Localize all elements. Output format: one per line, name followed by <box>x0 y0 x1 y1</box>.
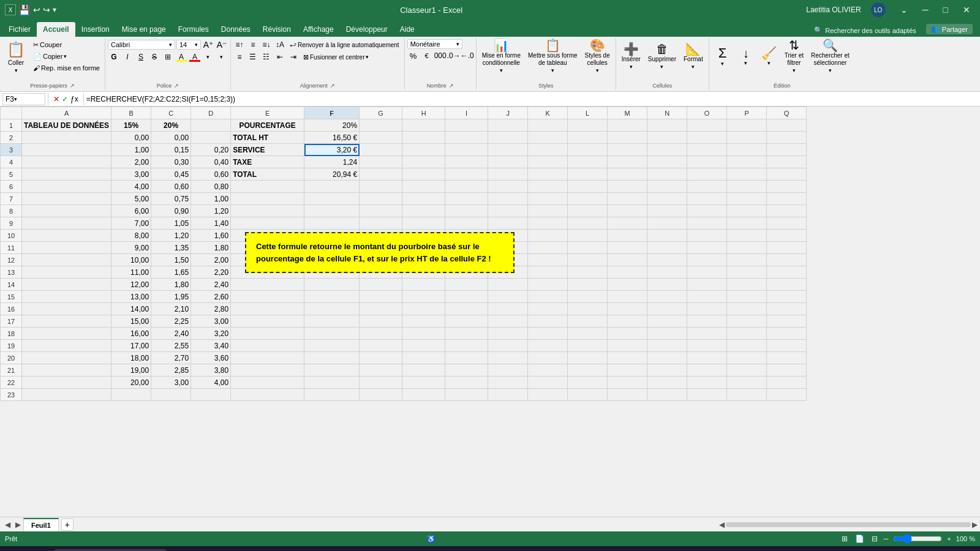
cell-E7[interactable] <box>231 193 304 205</box>
cell-E17[interactable] <box>231 315 304 328</box>
cell-E4[interactable]: TAXE <box>231 156 304 168</box>
cell-L3[interactable] <box>568 144 608 156</box>
cell-L7[interactable] <box>568 193 608 205</box>
cell-P15[interactable] <box>727 291 767 303</box>
cell-K2[interactable] <box>528 132 568 144</box>
cell-F14[interactable] <box>304 279 360 291</box>
cell-J21[interactable] <box>488 364 528 377</box>
cell-I7[interactable] <box>445 193 488 205</box>
cell-A17[interactable] <box>22 315 111 328</box>
cell-O18[interactable] <box>687 328 727 340</box>
cell-M6[interactable] <box>608 181 647 193</box>
remplir-btn[interactable]: ↓ ▾ <box>735 39 757 73</box>
cell-B5[interactable]: 3,00 <box>111 168 151 181</box>
cell-C2[interactable]: 0,00 <box>151 132 191 144</box>
taskbar-search-icon[interactable]: 🔍 <box>27 549 47 551</box>
cell-K12[interactable] <box>528 254 568 266</box>
cell-A3[interactable] <box>22 144 111 156</box>
cell-Q17[interactable] <box>767 315 807 328</box>
cell-H1[interactable] <box>402 119 445 132</box>
cell-O3[interactable] <box>687 144 727 156</box>
zoom-slider[interactable] <box>893 534 942 544</box>
number-format-box[interactable]: Monétaire ▾ <box>407 39 462 49</box>
wrap-text-btn[interactable]: ⮐ Renvoyer à la ligne automatiquement <box>287 39 402 50</box>
supprimer-dropdown-icon[interactable]: ▾ <box>660 64 663 70</box>
cell-E6[interactable] <box>231 181 304 193</box>
cell-K23[interactable] <box>528 389 568 401</box>
cell-Q2[interactable] <box>767 132 807 144</box>
inserer-btn[interactable]: ➕ Insérer ▾ <box>619 39 644 73</box>
cell-B2[interactable]: 0,00 <box>111 132 151 144</box>
cell-D3[interactable]: 0,20 <box>191 144 231 156</box>
cell-Q15[interactable] <box>767 291 807 303</box>
cell-E19[interactable] <box>231 340 304 352</box>
coller-dropdown-icon[interactable]: ▾ <box>15 67 18 73</box>
cell-M17[interactable] <box>608 315 647 328</box>
cell-A5[interactable] <box>22 168 111 181</box>
cell-N9[interactable] <box>647 217 687 230</box>
cell-F7[interactable] <box>304 193 360 205</box>
col-header-N[interactable]: N <box>647 107 687 119</box>
cell-P18[interactable] <box>727 328 767 340</box>
cell-J14[interactable] <box>488 279 528 291</box>
cell-D19[interactable]: 3,40 <box>191 340 231 352</box>
cell-C12[interactable]: 1,50 <box>151 254 191 266</box>
cell-L9[interactable] <box>568 217 608 230</box>
cell-L16[interactable] <box>568 303 608 315</box>
fill-color-btn[interactable]: A <box>175 51 187 62</box>
cell-J20[interactable] <box>488 352 528 364</box>
cell-O11[interactable] <box>687 242 727 254</box>
cell-H6[interactable] <box>402 181 445 193</box>
cell-D18[interactable]: 3,20 <box>191 328 231 340</box>
cell-D9[interactable]: 1,40 <box>191 217 231 230</box>
col-header-Q[interactable]: Q <box>767 107 807 119</box>
cell-O9[interactable] <box>687 217 727 230</box>
cell-J8[interactable] <box>488 205 528 217</box>
cell-M18[interactable] <box>608 328 647 340</box>
cell-K7[interactable] <box>528 193 568 205</box>
cell-G4[interactable] <box>360 156 402 168</box>
cell-B20[interactable]: 18,00 <box>111 352 151 364</box>
cell-L5[interactable] <box>568 168 608 181</box>
cell-A10[interactable] <box>22 230 111 242</box>
cell-H20[interactable] <box>402 352 445 364</box>
cell-N23[interactable] <box>647 389 687 401</box>
cell-N18[interactable] <box>647 328 687 340</box>
cell-C17[interactable]: 2,25 <box>151 315 191 328</box>
cell-L18[interactable] <box>568 328 608 340</box>
cell-A15[interactable] <box>22 291 111 303</box>
cell-F18[interactable] <box>304 328 360 340</box>
cell-M3[interactable] <box>608 144 647 156</box>
cell-O10[interactable] <box>687 230 727 242</box>
cell-A13[interactable] <box>22 266 111 279</box>
cell-D12[interactable]: 2,00 <box>191 254 231 266</box>
cell-B9[interactable]: 7,00 <box>111 217 151 230</box>
align-right-btn[interactable]: ☷ <box>260 51 273 62</box>
cell-L10[interactable] <box>568 230 608 242</box>
cell-C22[interactable]: 3,00 <box>151 377 191 389</box>
cell-D15[interactable]: 2,60 <box>191 291 231 303</box>
cell-M11[interactable] <box>608 242 647 254</box>
normal-view-btn[interactable]: ⊞ <box>840 534 849 543</box>
cell-I23[interactable] <box>445 389 488 401</box>
cell-P17[interactable] <box>727 315 767 328</box>
cell-D21[interactable]: 3,80 <box>191 364 231 377</box>
cell-H15[interactable] <box>402 291 445 303</box>
cell-M1[interactable] <box>608 119 647 132</box>
cell-Q16[interactable] <box>767 303 807 315</box>
couper-button[interactable]: ✂ Couper <box>31 39 102 50</box>
cell-E5[interactable]: TOTAL <box>231 168 304 181</box>
cell-F5[interactable]: 20,94 € <box>304 168 360 181</box>
tab-formules[interactable]: Formules <box>172 22 215 37</box>
cell-K22[interactable] <box>528 377 568 389</box>
cell-G23[interactable] <box>360 389 402 401</box>
cell-B1[interactable]: 15% <box>111 119 151 132</box>
format-dropdown-icon[interactable]: ▾ <box>692 64 695 70</box>
cell-P11[interactable] <box>727 242 767 254</box>
cell-K20[interactable] <box>528 352 568 364</box>
cell-N2[interactable] <box>647 132 687 144</box>
indent-increase-btn[interactable]: ⇥ <box>287 51 300 62</box>
cell-M16[interactable] <box>608 303 647 315</box>
cell-K10[interactable] <box>528 230 568 242</box>
cell-J18[interactable] <box>488 328 528 340</box>
